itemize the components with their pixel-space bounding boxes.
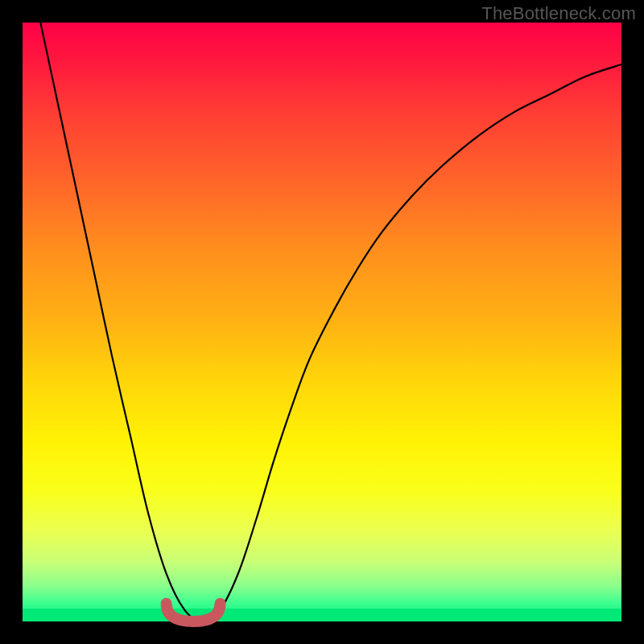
chart-frame: TheBottleneck.com <box>0 0 644 644</box>
chart-overlay <box>23 23 621 621</box>
green-baseline-band <box>23 609 621 621</box>
watermark-text: TheBottleneck.com <box>481 3 636 24</box>
bottleneck-curve <box>40 23 621 621</box>
